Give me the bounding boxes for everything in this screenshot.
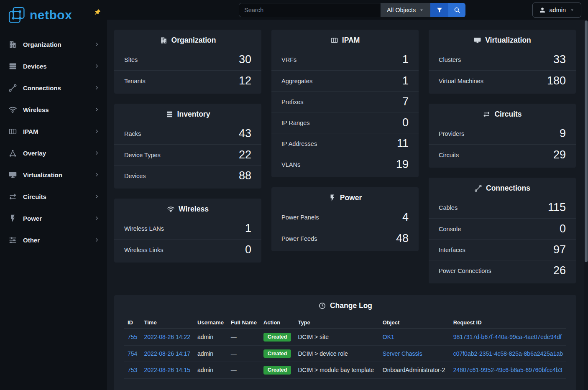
sidebar-item-label: Overlay: [23, 150, 94, 157]
card-title: Power: [340, 194, 362, 202]
changelog-row-753: 753 2022-08-26 14:15 admin — Created DCI…: [124, 362, 566, 379]
chevron-right-icon: [94, 150, 100, 156]
column-header-id: ID: [124, 316, 141, 329]
request-id-link[interactable]: c07f0ab2-2351-4c58-825a-8b6a2425a1ab: [453, 350, 563, 357]
search-input[interactable]: [239, 3, 381, 17]
stat-virtual-machines[interactable]: Virtual Machines 180: [429, 70, 576, 91]
stat-aggregates[interactable]: Aggregates 1: [271, 70, 419, 91]
caret-down-icon: [569, 7, 575, 13]
changelog-table: ID Time Username Full Name Action Type O…: [124, 316, 566, 379]
topology-icon: [8, 149, 17, 158]
stat-tenants[interactable]: Tenants 12: [114, 70, 261, 91]
stat-wireless-links[interactable]: Wireless Links 0: [114, 239, 261, 260]
connections-card: Connections Cables 115 Console 0 Interfa…: [429, 178, 576, 283]
stat-ip-ranges[interactable]: IP Ranges 0: [271, 112, 419, 133]
change-time-link[interactable]: 2022-08-26 14:15: [144, 367, 191, 373]
sidebar-item-ipam[interactable]: IPAM: [0, 120, 107, 142]
building-icon: [8, 40, 17, 49]
card-title: Connections: [486, 184, 530, 193]
sidebar-item-label: Devices: [23, 63, 94, 70]
scrollbar-thumb[interactable]: [585, 20, 588, 262]
stat-ip-addresses[interactable]: IP Addresses 11: [271, 133, 419, 154]
sidebar-item-virtualization[interactable]: Virtualization: [0, 164, 107, 186]
stat-devices[interactable]: Devices 88: [114, 165, 261, 186]
stat-console[interactable]: Console 0: [429, 218, 576, 239]
stat-providers[interactable]: Providers 9: [429, 123, 576, 144]
sidebar: netbox Organization Devices Connections …: [0, 0, 107, 390]
sidebar-item-label: Organization: [23, 41, 94, 48]
stat-device-types[interactable]: Device Types 22: [114, 144, 261, 165]
change-id-link[interactable]: 754: [128, 350, 137, 357]
object-type-dropdown[interactable]: All Objects: [381, 3, 430, 17]
change-object: OnboardAdministrator-2: [379, 362, 450, 379]
change-time-link[interactable]: 2022-08-26 14:17: [144, 350, 191, 357]
stat-vlans[interactable]: VLANs 19: [271, 154, 419, 175]
wireless-card: Wireless Wireless LANs 1 Wireless Links …: [114, 199, 261, 263]
bolt-icon: [8, 214, 17, 223]
sidebar-item-label: Other: [23, 237, 94, 244]
change-id-link[interactable]: 755: [128, 334, 137, 340]
request-id-link[interactable]: 9817317d-b67f-440a-99ca-4ae07ede94df: [453, 334, 562, 340]
chevron-right-icon: [94, 237, 100, 243]
wifi-icon: [167, 205, 175, 213]
chevron-right-icon: [94, 171, 100, 178]
dashboard-column-2: IPAM VRFs 1 Aggregates 1 Prefixes 7 IP R…: [271, 30, 419, 283]
wifi-icon: [8, 105, 17, 114]
filter-button[interactable]: [430, 3, 448, 17]
object-type-label: All Objects: [387, 7, 416, 13]
sidebar-item-organization[interactable]: Organization: [0, 33, 107, 55]
request-id-link[interactable]: 24807c61-9952-49c6-b8a5-69760bfcc4b3: [453, 367, 562, 373]
stat-circuits[interactable]: Circuits 29: [429, 144, 576, 165]
organization-card: Organization Sites 30 Tenants 12: [114, 30, 261, 94]
chevron-right-icon: [94, 128, 100, 135]
card-title: IPAM: [342, 36, 360, 45]
stat-racks[interactable]: Racks 43: [114, 123, 261, 144]
sidebar-item-overlay[interactable]: Overlay: [0, 142, 107, 164]
stat-interfaces[interactable]: Interfaces 97: [429, 239, 576, 260]
power-card: Power Power Panels 4 Power Feeds 48: [271, 187, 419, 251]
netbox-logo-icon: [8, 6, 26, 24]
change-object-link[interactable]: OK1: [383, 334, 394, 340]
change-type: DCIM > site: [294, 329, 379, 346]
sidebar-item-devices[interactable]: Devices: [0, 55, 107, 77]
stat-vrfs[interactable]: VRFs 1: [271, 49, 419, 70]
vertical-scrollbar[interactable]: [584, 20, 588, 390]
sidebar-item-other[interactable]: Other: [0, 229, 107, 251]
sliders-icon: [8, 236, 17, 245]
virtualization-card: Virtualization Clusters 33 Virtual Machi…: [429, 30, 576, 94]
chevron-right-icon: [94, 215, 100, 222]
stat-clusters[interactable]: Clusters 33: [429, 49, 576, 70]
grid-icon: [8, 127, 17, 136]
column-header-object: Object: [379, 316, 450, 329]
card-title: Virtualization: [485, 36, 531, 45]
sidebar-item-wireless[interactable]: Wireless: [0, 99, 107, 120]
history-icon: [318, 302, 326, 310]
sidebar-item-power[interactable]: Power: [0, 207, 107, 229]
stat-cables[interactable]: Cables 115: [429, 197, 576, 218]
sidebar-item-circuits[interactable]: Circuits: [0, 186, 107, 207]
change-time-link[interactable]: 2022-08-26 14:22: [144, 334, 191, 340]
change-id-link[interactable]: 753: [128, 367, 137, 373]
stat-prefixes[interactable]: Prefixes 7: [271, 91, 419, 112]
action-created-badge: Created: [263, 333, 291, 342]
stat-power-panels[interactable]: Power Panels 4: [271, 207, 419, 228]
user-menu-button[interactable]: admin: [532, 3, 582, 18]
netbox-logo[interactable]: netbox: [8, 6, 72, 24]
changelog-header-row: ID Time Username Full Name Action Type O…: [124, 316, 566, 329]
stat-wireless-lans[interactable]: Wireless LANs 1: [114, 218, 261, 239]
stat-power-connections[interactable]: Power Connections 26: [429, 260, 576, 281]
column-header-type: Type: [294, 316, 379, 329]
pin-sidebar-icon[interactable]: [93, 8, 101, 18]
column-header-request-id: Request ID: [450, 316, 566, 329]
sidebar-item-connections[interactable]: Connections: [0, 77, 107, 99]
stat-sites[interactable]: Sites 30: [114, 49, 261, 70]
netbox-logo-text: netbox: [30, 8, 72, 22]
search-button[interactable]: [448, 3, 465, 17]
changelog-row-754: 754 2022-08-26 14:17 admin — Created DCI…: [124, 345, 566, 362]
building-icon: [160, 36, 168, 44]
stat-power-feeds[interactable]: Power Feeds 48: [271, 228, 419, 249]
pushpin-icon: [93, 8, 101, 16]
circuits-card: Circuits Providers 9 Circuits 29: [429, 104, 576, 168]
change-object-link[interactable]: Server Chassis: [383, 350, 422, 357]
monitor-icon: [473, 36, 481, 44]
